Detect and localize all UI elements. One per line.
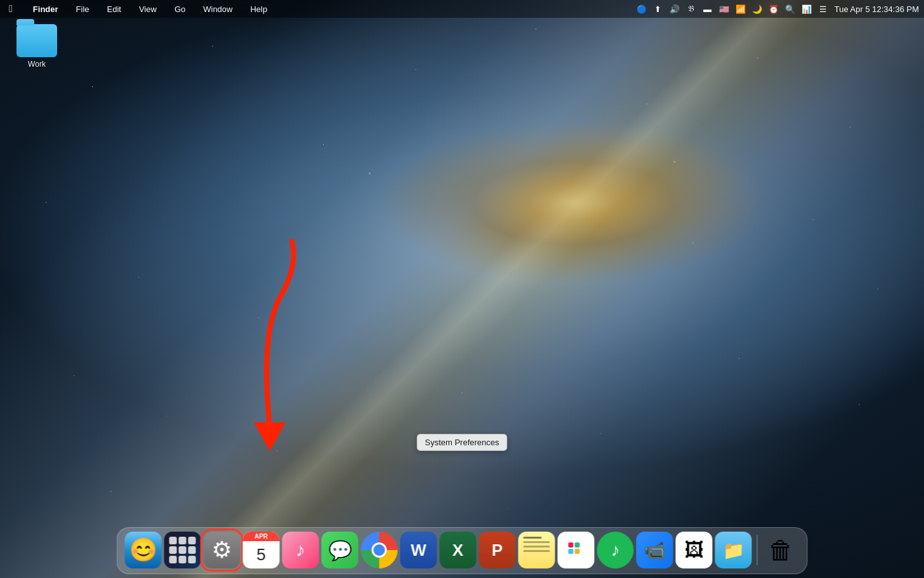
calendar-icon: APR 5 <box>243 532 280 568</box>
folder-label: Work <box>28 60 46 69</box>
menubar:  Finder File Edit View Go Window Help 🔵… <box>0 0 924 18</box>
dock-separator <box>757 535 758 565</box>
calendar-day: 5 <box>243 541 280 568</box>
folder-icon <box>16 24 57 57</box>
backup-icon[interactable]: ⬆ <box>653 4 663 14</box>
svg-rect-3 <box>575 542 580 548</box>
search-icon[interactable]: 🔍 <box>785 4 795 14</box>
menu-window[interactable]: Window <box>199 3 236 15</box>
desktop-folder-work[interactable]: Work <box>11 24 62 69</box>
notes-line-3 <box>524 546 550 548</box>
arrow-svg <box>241 235 317 457</box>
screen-time-icon[interactable]: 📊 <box>802 4 812 14</box>
dock-item-trash[interactable]: 🗑 <box>763 532 800 568</box>
menubar-left:  Finder File Edit View Go Window Help <box>5 2 271 16</box>
notification-icon[interactable]: ☰ <box>818 4 828 14</box>
word-icon: W <box>400 532 437 568</box>
menu-file[interactable]: File <box>72 3 93 15</box>
excel-icon: X <box>440 532 477 568</box>
dock-item-photos[interactable]: 🖼 <box>676 532 713 568</box>
volume-icon[interactable]: 🔊 <box>670 4 680 14</box>
menubar-right: 🔵 ⬆ 🔊 𝔅 ▬ 🇺🇸 📶 🌙 ⏰ 🔍 📊 ☰ Tue Apr 5 12:34… <box>637 4 919 14</box>
svg-rect-4 <box>575 549 580 554</box>
time-machine-icon[interactable]: ⏰ <box>769 4 779 14</box>
dock-item-chrome[interactable] <box>361 532 398 568</box>
menu-go[interactable]: Go <box>171 3 189 15</box>
dock-item-launchpad[interactable] <box>164 532 201 568</box>
arrow-annotation <box>241 235 317 457</box>
dock-item-messages[interactable]: 💬 <box>322 532 359 568</box>
system-preferences-tooltip: System Preferences <box>416 434 507 451</box>
menu-view[interactable]: View <box>135 3 161 15</box>
launchpad-icon <box>164 532 201 568</box>
menu-finder[interactable]: Finder <box>29 3 62 15</box>
powerpoint-icon: P <box>479 532 516 568</box>
slack-icon <box>558 532 595 568</box>
notes-line-2 <box>524 541 550 543</box>
gear-icon: ⚙ <box>212 537 232 563</box>
language-icon[interactable]: 🇺🇸 <box>719 4 729 14</box>
svg-marker-0 <box>254 422 286 451</box>
desktop-background <box>0 0 924 578</box>
trash-icon: 🗑 <box>763 532 800 568</box>
chrome-inner-circle <box>372 542 387 558</box>
dock-item-calendar[interactable]: APR 5 <box>243 532 280 568</box>
dock-item-notes[interactable] <box>518 532 555 568</box>
dock-item-music[interactable]: ♪ <box>282 532 319 568</box>
dock-item-excel[interactable]: X <box>440 532 477 568</box>
menu-edit[interactable]: Edit <box>103 3 125 15</box>
system-preferences-icon: ⚙ <box>204 532 241 568</box>
dropbox-icon[interactable]: 🔵 <box>637 4 647 14</box>
dock-item-finder[interactable] <box>125 532 162 568</box>
dock-item-slack[interactable] <box>558 532 595 568</box>
svg-rect-1 <box>569 542 574 548</box>
files-icon: 📁 <box>715 532 752 568</box>
notes-line-1 <box>524 537 542 539</box>
datetime-display: Tue Apr 5 12:34:36 PM <box>835 4 919 14</box>
galaxy-arm <box>0 0 924 578</box>
dock: ⚙ APR 5 ♪ 💬 W X P <box>117 527 808 574</box>
focus-icon[interactable]: 🌙 <box>752 4 762 14</box>
battery-icon[interactable]: ▬ <box>703 4 713 14</box>
dock-item-files[interactable]: 📁 <box>715 532 752 568</box>
svg-rect-2 <box>569 549 574 554</box>
dock-item-powerpoint[interactable]: P <box>479 532 516 568</box>
spotify-icon: ♪ <box>597 532 634 568</box>
notes-icon <box>518 532 555 568</box>
finder-icon <box>125 532 162 568</box>
wifi-icon[interactable]: 📶 <box>736 4 746 14</box>
chrome-icon <box>361 532 398 568</box>
calendar-month: APR <box>243 532 280 541</box>
zoom-icon: 📹 <box>637 532 673 568</box>
dock-item-system-preferences[interactable]: ⚙ <box>204 532 241 568</box>
menu-help[interactable]: Help <box>246 3 271 15</box>
photos-icon: 🖼 <box>676 532 713 568</box>
dock-item-spotify[interactable]: ♪ <box>597 532 634 568</box>
bluetooth-icon[interactable]: 𝔅 <box>686 4 696 14</box>
dock-item-word[interactable]: W <box>400 532 437 568</box>
music-icon: ♪ <box>282 532 319 568</box>
apple-menu[interactable]:  <box>5 2 16 16</box>
messages-icon: 💬 <box>322 532 359 568</box>
dock-item-zoom[interactable]: 📹 <box>637 532 673 568</box>
notes-line-4 <box>524 550 550 552</box>
